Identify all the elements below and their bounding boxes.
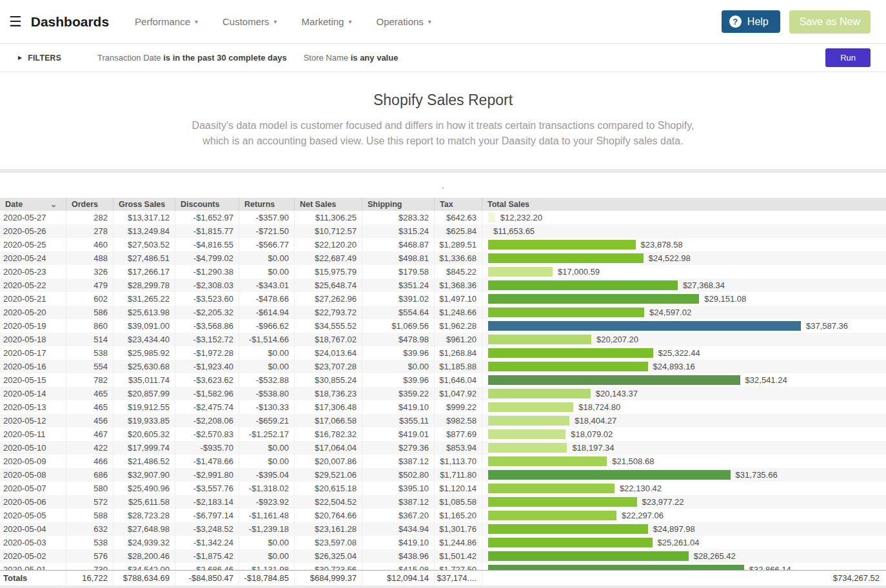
cell-tax[interactable]: $1,289.51 [435,238,482,251]
column-header-discounts[interactable]: Discounts [175,198,239,211]
cell-gross-sales[interactable]: $17,266.17 [113,265,175,279]
cell-date[interactable]: 2020-05-22 [0,279,66,292]
cell-orders[interactable]: 572 [66,495,113,509]
cell-shipping[interactable]: $391.02 [362,292,435,306]
cell-discounts[interactable]: -$3,568.86 [175,319,239,333]
cell-net-sales[interactable]: $16,782.32 [295,427,362,441]
cell-total-sales-bar[interactable]: $28,265.42 [482,549,886,563]
cell-date[interactable]: 2020-05-14 [0,387,66,400]
cell-tax[interactable]: $1,497.10 [435,292,482,306]
cell-returns[interactable]: -$532.88 [239,373,295,387]
cell-orders[interactable]: 479 [66,279,113,292]
cell-gross-sales[interactable]: $25,490.96 [113,482,175,495]
cell-net-sales[interactable]: $23,161.28 [295,522,362,536]
cell-shipping[interactable]: $419.10 [362,536,435,549]
cell-tax[interactable]: $877.69 [435,427,482,441]
cell-returns[interactable]: -$130.33 [239,400,295,414]
cell-returns[interactable]: -$478.66 [239,292,295,306]
cell-date[interactable]: 2020-05-10 [0,441,66,455]
cell-date[interactable]: 2020-05-27 [0,211,66,224]
cell-gross-sales[interactable]: $17,999.74 [113,441,175,455]
cell-total-sales-bar[interactable]: $24,893.16 [482,360,886,373]
cell-shipping[interactable]: $498.81 [362,251,435,265]
cell-total-sales-bar[interactable]: $17,000.59 [482,265,886,279]
cell-orders[interactable]: 580 [66,482,113,495]
cell-total-sales-bar[interactable]: $23,977.22 [482,495,886,509]
cell-returns[interactable]: -$1,252.17 [239,427,295,441]
cell-orders[interactable]: 538 [66,536,113,549]
cell-gross-sales[interactable]: $20,605.32 [113,427,175,441]
cell-shipping[interactable]: $1,069.56 [362,319,435,333]
cell-date[interactable]: 2020-05-07 [0,482,66,495]
cell-shipping[interactable]: $468.87 [362,238,435,251]
cell-returns[interactable]: -$1,131.98 [239,563,295,570]
cell-orders[interactable]: 586 [66,306,113,319]
cell-gross-sales[interactable]: $32,907.90 [113,468,175,482]
cell-tax[interactable]: $1,336.68 [435,251,482,265]
cell-net-sales[interactable]: $22,504.52 [295,495,362,509]
cell-shipping[interactable]: $502.80 [362,468,435,482]
cell-net-sales[interactable]: $34,555.52 [295,319,362,333]
cell-date[interactable]: 2020-05-16 [0,360,66,373]
cell-shipping[interactable]: $283.32 [362,211,435,224]
cell-shipping[interactable]: $478.98 [362,333,435,346]
cell-shipping[interactable]: $351.24 [362,279,435,292]
menu-hamburger-icon[interactable]: ☰ [9,15,22,29]
cell-gross-sales[interactable]: $31,265.22 [113,292,175,306]
cell-orders[interactable]: 456 [66,414,113,427]
cell-tax[interactable]: $642.63 [435,211,482,224]
cell-net-sales[interactable]: $22,120.20 [295,238,362,251]
cell-net-sales[interactable]: $25,648.74 [295,279,362,292]
cell-returns[interactable]: -$614.94 [239,306,295,319]
cell-tax[interactable]: $1,962.28 [435,319,482,333]
column-header-date[interactable]: Date ⌄ [0,198,66,211]
cell-gross-sales[interactable]: $13,249.84 [113,224,175,238]
cell-tax[interactable]: $1,185.88 [435,360,482,373]
cell-shipping[interactable]: $387.12 [362,495,435,509]
cell-total-sales-bar[interactable]: $12,232.20 [482,211,886,224]
cell-date[interactable]: 2020-05-26 [0,224,66,238]
cell-shipping[interactable]: $434.94 [362,522,435,536]
cell-gross-sales[interactable]: $19,933.85 [113,414,175,427]
cell-tax[interactable]: $1,268.84 [435,346,482,360]
cell-returns[interactable]: -$923.92 [239,495,295,509]
cell-orders[interactable]: 488 [66,251,113,265]
cell-returns[interactable]: -$395.04 [239,468,295,482]
cell-net-sales[interactable]: $18,736.23 [295,387,362,400]
cell-total-sales-bar[interactable]: $24,597.02 [482,306,886,319]
cell-returns[interactable]: -$721.50 [239,224,295,238]
cell-date[interactable]: 2020-05-02 [0,549,66,563]
column-header-total-sales[interactable]: Total Sales [482,198,886,211]
cell-date[interactable]: 2020-05-21 [0,292,66,306]
cell-gross-sales[interactable]: $39,091.00 [113,319,175,333]
cell-total-sales-bar[interactable]: $18,079.02 [482,427,886,441]
cell-returns[interactable]: -$566.77 [239,238,295,251]
cell-date[interactable]: 2020-05-01 [0,563,66,570]
cell-tax[interactable]: $1,244.86 [435,536,482,549]
cell-date[interactable]: 2020-05-06 [0,495,66,509]
cell-tax[interactable]: $1,165.20 [435,509,482,522]
cell-returns[interactable]: $0.00 [239,536,295,549]
cell-net-sales[interactable]: $10,712.57 [295,224,362,238]
cell-gross-sales[interactable]: $25,611.58 [113,495,175,509]
cell-net-sales[interactable]: $17,306.48 [295,400,362,414]
cell-gross-sales[interactable]: $20,857.99 [113,387,175,400]
cell-total-sales-bar[interactable]: $18,197.34 [482,441,886,455]
cell-orders[interactable]: 782 [66,373,113,387]
cell-shipping[interactable]: $0.00 [362,360,435,373]
cell-discounts[interactable]: -$3,523.60 [175,292,239,306]
cell-date[interactable]: 2020-05-25 [0,238,66,251]
cell-net-sales[interactable]: $27,262.96 [295,292,362,306]
column-header-net-sales[interactable]: Net Sales [295,198,362,211]
filter-transaction-date[interactable]: Transaction Date is in the past 30 compl… [97,53,287,63]
cell-discounts[interactable]: -$2,208.06 [175,414,239,427]
cell-returns[interactable]: $0.00 [239,549,295,563]
cell-total-sales-bar[interactable]: $24,522.98 [482,251,886,265]
filter-store-name[interactable]: Store Name is any value [304,53,399,63]
cell-net-sales[interactable]: $30,855.24 [295,373,362,387]
cell-gross-sales[interactable]: $25,613.98 [113,306,175,319]
cell-discounts[interactable]: -$1,815.77 [175,224,239,238]
cell-discounts[interactable]: -$2,308.03 [175,279,239,292]
cell-tax[interactable]: $625.84 [435,224,482,238]
cell-shipping[interactable]: $179.58 [362,265,435,279]
